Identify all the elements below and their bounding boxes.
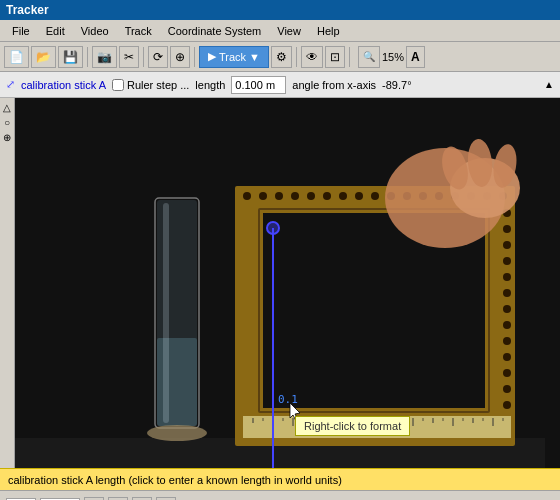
angle-value: -89.7° [382, 79, 411, 91]
svg-point-13 [291, 192, 299, 200]
svg-point-17 [355, 192, 363, 200]
svg-point-73 [267, 222, 279, 234]
svg-point-31 [503, 273, 511, 281]
toolbar: 📄 📂 💾 📷 ✂ ⟳ ⊕ ▶ Track ▼ ⚙ 👁 ⊡ 🔍 15% [0, 42, 560, 72]
svg-point-10 [243, 192, 251, 200]
svg-rect-5 [163, 203, 169, 423]
svg-text:0.1: 0.1 [278, 393, 298, 406]
svg-point-30 [503, 257, 511, 265]
track-button[interactable]: ▶ Track ▼ [199, 46, 269, 68]
video-svg: 0.1 [15, 98, 560, 468]
svg-point-28 [503, 225, 511, 233]
left-panel: △ ○ ⊕ [0, 98, 15, 468]
record-button[interactable]: ● [156, 497, 176, 501]
menu-track[interactable]: Track [117, 23, 160, 39]
separator-4 [296, 47, 297, 67]
app-title: Tracker [6, 3, 49, 17]
svg-point-35 [503, 337, 511, 345]
track-toolbar: ⤢ calibration stick A Ruler step ... len… [0, 72, 560, 98]
new-button[interactable]: 📄 [4, 46, 29, 68]
menu-help[interactable]: Help [309, 23, 348, 39]
play-forward-button[interactable]: ▶ [132, 497, 152, 501]
left-panel-icon-1[interactable]: △ [3, 102, 11, 113]
svg-point-32 [503, 289, 511, 297]
menu-coordinate-system[interactable]: Coordinate System [160, 23, 270, 39]
bottom-controls: |◀ ◀ ▶ ● 5 [0, 490, 560, 500]
svg-point-15 [323, 192, 331, 200]
clip-button[interactable]: ✂ [119, 46, 139, 68]
track-button-label: Track [219, 51, 246, 63]
refresh-icon: ⟳ [153, 50, 163, 64]
menu-bar: File Edit Video Track Coordinate System … [0, 20, 560, 42]
calibration-arrow-icon: ⤢ [6, 78, 15, 91]
ruler-step-checkbox[interactable] [112, 79, 124, 91]
font-icon: A [411, 50, 420, 64]
eye-icon: 👁 [306, 50, 318, 64]
left-panel-icon-2[interactable]: ○ [4, 117, 10, 128]
axes-button[interactable]: ⊕ [170, 46, 190, 68]
refresh-button[interactable]: ⟳ [148, 46, 168, 68]
clip-icon: ✂ [124, 50, 134, 64]
angle-label: angle from x-axis [292, 79, 376, 91]
calibration-stick-label: calibration stick A [21, 79, 106, 91]
video-area[interactable]: 0.1 Right-click to format [15, 98, 560, 468]
open-button[interactable]: 📂 [31, 46, 56, 68]
menu-view[interactable]: View [269, 23, 309, 39]
track-dropdown-icon: ▼ [249, 51, 260, 63]
svg-point-18 [371, 192, 379, 200]
font-button[interactable]: A [406, 46, 425, 68]
menu-video[interactable]: Video [73, 23, 117, 39]
save-icon: 💾 [63, 50, 78, 64]
view-button[interactable]: 👁 [301, 46, 323, 68]
menu-edit[interactable]: Edit [38, 23, 73, 39]
status-bar[interactable]: calibration stick A length (click to ent… [0, 468, 560, 490]
axes-icon: ⊕ [175, 50, 185, 64]
calibrate-button[interactable]: ⚙ [271, 46, 292, 68]
ruler-step-label: Ruler step ... [112, 79, 189, 91]
zoom-out-button[interactable]: 🔍 [358, 46, 380, 68]
zoom-area: 🔍 15% [358, 46, 404, 68]
new-icon: 📄 [9, 50, 24, 64]
left-panel-icon-3[interactable]: ⊕ [3, 132, 11, 143]
scroll-up-arrow[interactable]: ▲ [544, 79, 554, 90]
svg-point-37 [503, 369, 511, 377]
save-button[interactable]: 💾 [58, 46, 83, 68]
svg-point-36 [503, 353, 511, 361]
length-input[interactable] [231, 76, 286, 94]
svg-point-12 [275, 192, 283, 200]
zoom-out-icon: 🔍 [363, 51, 375, 62]
svg-point-6 [147, 425, 207, 441]
step-back-button[interactable]: |◀ [84, 497, 104, 501]
status-text: calibration stick A length (click to ent… [8, 474, 342, 486]
length-label: length [195, 79, 225, 91]
open-icon: 📂 [36, 50, 51, 64]
main-content: △ ○ ⊕ [0, 98, 560, 468]
track-arrow-icon: ▶ [208, 50, 216, 63]
svg-point-14 [307, 192, 315, 200]
svg-point-34 [503, 321, 511, 329]
camera-button[interactable]: 📷 [92, 46, 117, 68]
calibrate-icon: ⚙ [276, 50, 287, 64]
svg-point-29 [503, 241, 511, 249]
separator-1 [87, 47, 88, 67]
zoom-fit-icon: ⊡ [330, 50, 340, 64]
right-click-tooltip: Right-click to format [295, 416, 410, 436]
play-back-button[interactable]: ◀ [108, 497, 128, 501]
svg-point-38 [503, 385, 511, 393]
svg-point-16 [339, 192, 347, 200]
separator-2 [143, 47, 144, 67]
title-bar: Tracker [0, 0, 560, 20]
zoom-fit-button[interactable]: ⊡ [325, 46, 345, 68]
svg-point-33 [503, 305, 511, 313]
separator-3 [194, 47, 195, 67]
separator-5 [349, 47, 350, 67]
menu-file[interactable]: File [4, 23, 38, 39]
svg-point-39 [503, 401, 511, 409]
svg-point-11 [259, 192, 267, 200]
camera-icon: 📷 [97, 50, 112, 64]
zoom-level-display: 15% [382, 51, 404, 63]
